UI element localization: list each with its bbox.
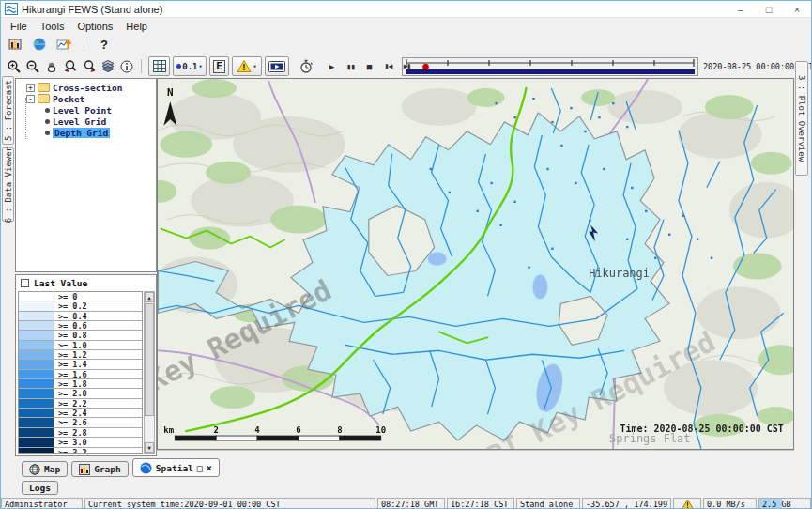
legend-swatch [19,409,54,417]
legend-row[interactable]: >= 1.4 [19,360,142,369]
tree-node-level-point[interactable]: Level Point [19,104,156,116]
status-memory: 2.5 GB [758,498,811,509]
map-canvas[interactable]: API Key Required API Key Required Hikura… [158,79,793,449]
spatial-display-icon[interactable] [54,36,73,54]
status-local-time: 16:27:18 CST [447,498,514,509]
legend-row-label: >= 1.6 [54,370,87,378]
legend-row[interactable]: >= 2.8 [19,428,142,438]
legend-row[interactable]: >= 3.0 [19,438,142,447]
zoom-out-icon[interactable] [23,57,41,76]
tab-plot-overview[interactable]: 3 : Plot Overview [795,61,808,176]
tree-node-depth-grid[interactable]: Depth Grid [19,127,156,138]
legend-scrollbar[interactable]: ▲ ▼ [144,291,155,454]
legend-row[interactable]: >= 3.2 [19,448,142,455]
legend-row-label: >= 2.0 [54,389,87,397]
tab-spatial[interactable]: Spatial □ × [132,458,220,477]
legend-row[interactable]: >= 1.6 [19,370,142,379]
legend-button[interactable]: E [209,56,229,76]
scroll-down-icon[interactable]: ▼ [145,442,154,453]
legend-row-label: >= 0.6 [54,321,87,330]
collapse-icon[interactable]: - [26,95,35,103]
zoom-in-icon[interactable] [5,57,23,76]
window-title: Hikurangi FEWS (Stand alone) [22,4,162,15]
legend-row-label: >= 1.4 [54,360,87,368]
legend-row[interactable]: >= 0.2 [19,301,142,311]
layers-icon[interactable] [99,57,116,76]
status-warning[interactable] [673,498,701,509]
legend-row-label: >= 1.8 [54,379,87,388]
bullet-icon [45,131,50,135]
pan-hand-icon[interactable] [42,57,60,76]
legend-row[interactable]: >= 0 [19,292,142,301]
help-button[interactable]: ? [95,36,114,54]
skip-start-button[interactable]: ▮◀ [379,57,397,75]
map-status-strip [157,450,794,458]
class-value-dropdown[interactable]: 0.1 ▾ [173,56,207,76]
legend-row[interactable]: >= 2.6 [19,418,142,427]
bullet-icon [45,108,50,113]
legend-row-label: >= 0.8 [54,331,87,339]
pause-button[interactable]: ▮▮ [342,57,360,75]
timeline-slider[interactable] [402,57,698,76]
grid-display-button[interactable] [148,56,170,76]
tree-node-pocket[interactable]: - Pocket [19,93,156,104]
legend-row[interactable]: >= 1.2 [19,350,142,360]
legend-row[interactable]: >= 0.6 [19,321,142,331]
tab-data-viewer[interactable]: 6 : Data Viewer [2,147,14,222]
tab-graph[interactable]: Graph [71,461,129,477]
info-icon[interactable] [117,57,135,76]
scrollbar-thumb[interactable] [145,303,154,416]
svg-text:8: 8 [337,425,342,435]
status-transfer-speed: 0.0 MB/s [703,498,757,509]
thresholds-dropdown[interactable]: ▾ [232,56,262,76]
expand-icon[interactable]: + [26,84,35,92]
last-value-checkbox[interactable] [21,279,29,287]
tab-forecast[interactable]: 5 : Forecast [2,76,14,145]
svg-text:6: 6 [296,425,300,435]
zoom-previous-icon[interactable] [61,57,79,76]
database-viewer-icon[interactable] [6,36,24,54]
legend-row-label: >= 0.4 [54,312,87,320]
play-button[interactable]: ▶ [323,57,341,75]
legend-row[interactable]: >= 0.4 [19,312,142,321]
maximize-button[interactable]: □ [755,1,783,17]
menu-options[interactable]: Options [70,20,119,33]
legend-row[interactable]: >= 1.0 [19,341,142,350]
legend-row[interactable]: >= 1.8 [19,379,142,389]
animation-settings-icon[interactable] [297,57,314,76]
map-display-icon[interactable] [30,36,49,54]
legend-swatch [19,350,54,359]
folder-icon [38,83,50,92]
tab-map[interactable]: Map [22,461,68,477]
folder-icon [38,94,50,103]
legend-row[interactable]: >= 2.0 [19,389,142,398]
tab-maximize-icon[interactable]: □ [197,463,203,473]
menu-help[interactable]: Help [119,20,154,33]
chevron-down-icon: ▾ [253,63,256,70]
tab-map-label: Map [44,464,60,474]
movie-player-button[interactable] [265,56,289,76]
minimize-button[interactable]: – [727,1,755,17]
toolbar-separator [84,38,84,52]
legend-table: >= 0>= 0.2>= 0.4>= 0.6>= 0.8>= 1.0>= 1.2… [18,291,143,454]
bar-chart-icon [79,464,90,475]
stop-button[interactable]: ■ [360,57,378,75]
menu-tools[interactable]: Tools [34,20,71,33]
tab-plot-overview-label: 3 : Plot Overview [797,75,806,162]
legend-swatch [19,448,54,455]
legend-row[interactable]: >= 2.2 [19,399,142,409]
close-button[interactable]: × [783,1,811,17]
svg-text:N: N [167,86,174,99]
title-bar: Hikurangi FEWS (Stand alone) – □ × [1,1,811,18]
menu-file[interactable]: File [4,20,34,33]
scroll-up-icon[interactable]: ▲ [145,292,154,302]
tab-close-icon[interactable]: × [207,463,212,473]
legend-row[interactable]: >= 0.8 [19,331,142,340]
zoom-next-icon[interactable] [80,57,98,76]
value-label: 0.1 [182,62,197,71]
tree-node-cross-section[interactable]: + Cross-section [19,82,156,93]
logs-button[interactable]: Logs [22,481,58,495]
legend-row[interactable]: >= 2.4 [19,409,142,418]
globe-wireframe-icon [29,464,40,475]
tree-node-level-grid[interactable]: Level Grid [19,116,156,127]
